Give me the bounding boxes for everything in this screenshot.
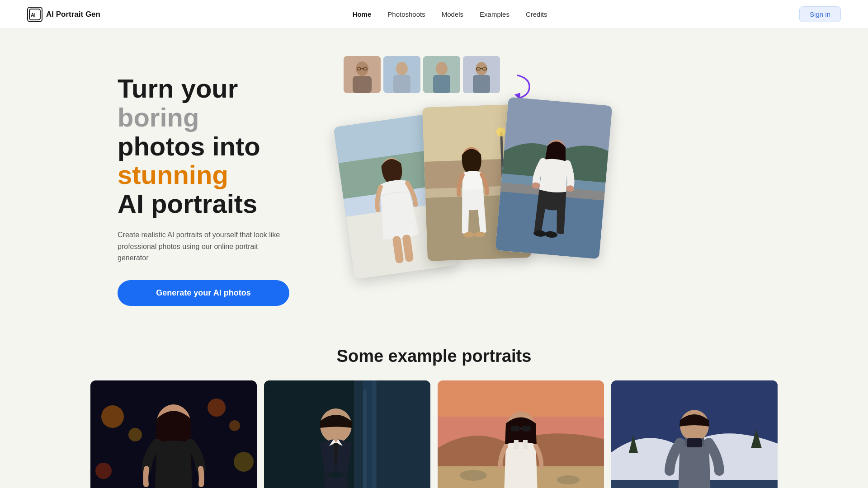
after-photos	[344, 101, 624, 291]
before-photo-4	[463, 56, 500, 93]
svg-point-47	[101, 405, 124, 428]
svg-point-48	[128, 428, 142, 441]
svg-rect-4	[353, 76, 372, 93]
nav-links: Home Photoshoots Models Examples Credits	[353, 10, 547, 19]
svg-rect-13	[433, 75, 450, 93]
before-photo-3	[423, 56, 460, 93]
svg-rect-62	[438, 380, 604, 417]
svg-rect-76	[687, 438, 702, 447]
example-portrait-1	[90, 380, 257, 488]
nav-examples[interactable]: Examples	[480, 10, 509, 18]
before-photo-2	[383, 56, 420, 93]
examples-grid	[90, 380, 778, 488]
example-portrait-4	[611, 380, 778, 488]
hero-images	[344, 56, 778, 300]
nav-photoshoots[interactable]: Photoshoots	[387, 10, 425, 18]
svg-rect-67	[511, 426, 520, 432]
svg-rect-10	[393, 75, 410, 93]
hero-title: Turn your boring photos into stunning AI…	[118, 74, 307, 218]
navbar: AI AI Portrait Gen Home Photoshoots Mode…	[0, 0, 868, 29]
nav-models[interactable]: Models	[442, 10, 463, 18]
svg-point-51	[95, 463, 112, 479]
svg-rect-58	[372, 380, 376, 488]
example-portrait-2	[264, 380, 430, 488]
generate-cta-button[interactable]: Generate your AI photos	[118, 280, 289, 306]
hero-text: Turn your boring photos into stunning AI…	[118, 56, 307, 306]
svg-point-64	[460, 470, 487, 481]
svg-text:AI: AI	[31, 12, 35, 18]
svg-rect-68	[522, 426, 531, 432]
hero-title-line2: photos into	[118, 131, 260, 161]
hero-title-boring: boring	[118, 103, 199, 132]
hero-subtitle: Create realistic AI portraits of yoursel…	[118, 229, 280, 264]
examples-title: Some example portraits	[90, 347, 778, 366]
logo-icon: AI	[27, 7, 42, 22]
hero-title-line1: Turn your	[118, 74, 238, 103]
hero-title-stunning: stunning	[118, 160, 228, 189]
svg-rect-71	[523, 440, 528, 449]
examples-section: Some example portraits	[0, 333, 868, 488]
svg-rect-57	[363, 389, 367, 488]
svg-point-12	[436, 62, 448, 75]
svg-point-50	[229, 420, 240, 431]
svg-point-9	[396, 62, 408, 75]
example-portrait-3	[438, 380, 604, 488]
before-photo-1	[344, 56, 381, 93]
svg-point-52	[234, 452, 254, 472]
logo-link[interactable]: AI AI Portrait Gen	[27, 7, 100, 22]
nav-credits[interactable]: Credits	[526, 10, 547, 18]
nav-home[interactable]: Home	[353, 10, 372, 18]
svg-point-49	[208, 399, 226, 417]
hero-title-line3: AI portraits	[118, 189, 257, 218]
sign-in-button[interactable]: Sign in	[799, 6, 841, 22]
before-photos	[344, 56, 500, 93]
logo-text: AI Portrait Gen	[46, 10, 100, 19]
hero-section: Turn your boring photos into stunning AI…	[0, 29, 868, 333]
svg-rect-70	[514, 440, 519, 449]
after-photo-3	[495, 97, 613, 259]
svg-rect-16	[473, 75, 490, 93]
svg-point-65	[557, 475, 580, 484]
